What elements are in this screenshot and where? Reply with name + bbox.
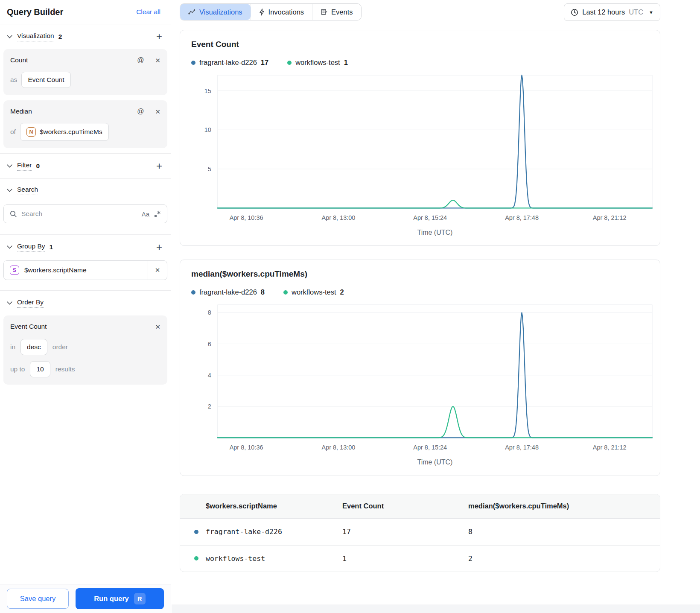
table-cell: 1 (342, 555, 468, 563)
section-label: Visualization (17, 32, 54, 41)
tab-label: Invocations (268, 8, 304, 16)
chevron-down-icon[interactable] (7, 163, 13, 169)
table-cell: workflows-test (194, 555, 342, 563)
legend-label: fragrant-lake-d226 (199, 288, 257, 296)
field-select-button[interactable]: N $workers.cpuTimeMs (20, 123, 109, 141)
tab-events[interactable]: Events (312, 4, 361, 20)
column-header-median-cputime[interactable]: median($workers.cpuTimeMs) (468, 502, 660, 510)
event-log-icon (321, 9, 327, 15)
field-name: $workers.cpuTimeMs (40, 128, 102, 136)
legend-value: 17 (261, 58, 268, 67)
sidebar-header: Query Builder Clear all (0, 0, 171, 24)
alias-icon[interactable]: @ (137, 57, 144, 64)
search-input[interactable] (21, 210, 137, 218)
results-table-body: fragrant-lake-d226178workflows-test12 (180, 519, 660, 572)
section-filter: Filter 0 + (0, 154, 171, 178)
panel-title: Query Builder (7, 7, 63, 17)
chart-card-median-cputime: median($workers.cpuTimeMs) fragrant-lake… (180, 260, 660, 476)
trend-chart-icon (188, 9, 195, 15)
legend-dot (283, 290, 288, 295)
tab-visualizations[interactable]: Visualizations (180, 4, 251, 20)
svg-text:2: 2 (208, 403, 211, 410)
column-header-script-name[interactable]: $workers.scriptName (194, 502, 342, 510)
search-icon (10, 210, 17, 218)
close-icon[interactable]: ✕ (155, 108, 160, 115)
section-search: Search (0, 179, 171, 202)
time-range-value: Last 12 hours (582, 8, 625, 16)
main-content: Visualizations Invocations Events Last 1… (172, 0, 700, 613)
section-label: Search (17, 186, 38, 195)
metric-value: 2 (468, 555, 472, 563)
legend-label: workflows-test (295, 58, 340, 67)
legend-item[interactable]: fragrant-lake-d226 17 (191, 58, 268, 67)
caret-down-icon: ▼ (649, 10, 653, 15)
result-limit-input[interactable]: 10 (30, 361, 50, 377)
metric-value: 1 (342, 555, 347, 563)
line-chart[interactable]: 2468Apr 8, 10:36Apr 8, 13:00Apr 8, 15:24… (191, 300, 653, 467)
section-order-by: Order By (0, 291, 171, 315)
add-filter-button[interactable]: + (156, 161, 162, 171)
chevron-down-icon[interactable] (7, 300, 13, 306)
run-query-button[interactable]: Run query R (76, 588, 164, 609)
table-row[interactable]: workflows-test12 (180, 545, 660, 572)
section-label: Order By (17, 298, 44, 308)
in-label: in (10, 343, 15, 351)
order-label: order (52, 343, 68, 351)
match-case-icon[interactable]: Aa (142, 210, 149, 218)
remove-group-by-icon[interactable]: ✕ (148, 261, 167, 280)
legend-item[interactable]: fragrant-lake-d226 8 (191, 288, 265, 296)
svg-text:Apr 8, 21:12: Apr 8, 21:12 (593, 214, 627, 221)
tab-invocations[interactable]: Invocations (251, 4, 312, 20)
table-cell: 2 (468, 555, 660, 563)
svg-text:6: 6 (208, 341, 211, 347)
chevron-down-icon[interactable] (7, 244, 13, 250)
sidebar-footer: Save query Run query R (0, 584, 171, 613)
table-cell: 8 (468, 528, 660, 536)
alias-icon[interactable]: @ (137, 108, 144, 115)
chart-card-event-count: Event Count fragrant-lake-d226 17 workfl… (180, 30, 660, 246)
view-tabs: Visualizations Invocations Events (180, 3, 362, 20)
line-chart[interactable]: 51015Apr 8, 10:36Apr 8, 13:00Apr 8, 15:2… (191, 70, 653, 238)
column-header-event-count[interactable]: Event Count (342, 502, 468, 510)
group-by-field: $workers.scriptName (24, 266, 87, 274)
alias-value-button[interactable]: Event Count (21, 72, 70, 88)
results-table: $workers.scriptName Event Count median($… (180, 494, 660, 572)
search-box: Aa (3, 204, 167, 223)
table-cell: fragrant-lake-d226 (194, 528, 342, 536)
time-range-select[interactable]: Last 12 hours UTC ▼ (564, 3, 660, 21)
clear-all-button[interactable]: Clear all (136, 8, 160, 16)
svg-text:Apr 8, 15:24: Apr 8, 15:24 (413, 214, 447, 221)
order-by-card: Event Count ✕ in desc order up to 10 res… (3, 315, 167, 385)
legend-item[interactable]: workflows-test 2 (283, 288, 344, 296)
save-query-button[interactable]: Save query (7, 589, 69, 609)
up-to-label: up to (10, 365, 25, 373)
metric-value: 17 (342, 528, 351, 536)
table-row[interactable]: fragrant-lake-d226178 (180, 519, 660, 545)
close-icon[interactable]: ✕ (155, 324, 160, 330)
legend-dot (191, 61, 195, 65)
regex-icon[interactable] (154, 210, 161, 218)
svg-text:Apr 8, 21:12: Apr 8, 21:12 (593, 444, 627, 451)
svg-text:Time (UTC): Time (UTC) (417, 229, 453, 236)
group-by-item[interactable]: S $workers.scriptName ✕ (3, 260, 167, 280)
legend-item[interactable]: workflows-test 1 (287, 58, 348, 67)
chevron-down-icon[interactable] (7, 187, 13, 193)
legend-value: 1 (344, 58, 348, 67)
sort-direction-select[interactable]: desc (20, 339, 47, 355)
add-group-by-button[interactable]: + (156, 242, 162, 252)
chart-title: median($workers.cpuTimeMs) (191, 269, 653, 279)
as-label: as (10, 76, 17, 84)
visualization-card-median: Median @ ✕ of N $workers.cpuTimeMs (3, 100, 167, 148)
close-icon[interactable]: ✕ (155, 57, 160, 64)
svg-text:5: 5 (208, 166, 211, 172)
add-visualization-button[interactable]: + (156, 32, 162, 42)
run-query-label: Run query (94, 595, 129, 603)
of-label: of (10, 128, 16, 136)
section-count: 1 (49, 243, 53, 251)
clock-icon (571, 9, 578, 16)
chevron-down-icon[interactable] (7, 34, 13, 40)
tab-label: Visualizations (199, 8, 242, 16)
results-label: results (55, 365, 75, 373)
svg-text:Apr 8, 15:24: Apr 8, 15:24 (413, 444, 447, 451)
section-visualization: Visualization 2 + (0, 24, 171, 49)
